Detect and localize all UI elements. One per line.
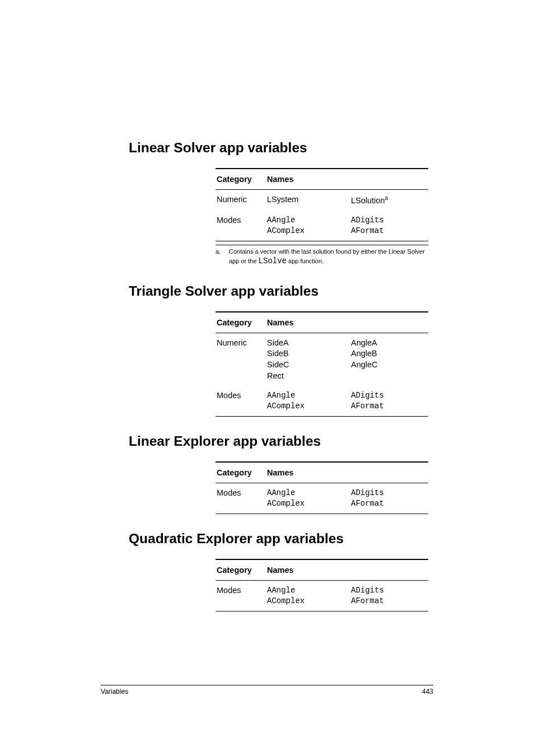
text: AAngle xyxy=(267,586,295,595)
cell-category: Numeric xyxy=(216,333,266,386)
table-row: Modes AAngle AComplex ADigits AFormat xyxy=(216,483,428,514)
text: AAngle xyxy=(267,488,295,497)
table-header-row: Category Names xyxy=(216,462,428,483)
cell-name: ADigits AFormat xyxy=(350,211,428,241)
text: AAngle xyxy=(267,391,295,400)
th-category: Category xyxy=(216,559,266,581)
cell-name: ADigits AFormat xyxy=(350,386,428,416)
text: AFormat xyxy=(351,402,384,410)
cell-category: Modes xyxy=(216,483,266,514)
section-title-linear-explorer: Linear Explorer app variables xyxy=(129,433,433,449)
cell-name: AAngle AComplex xyxy=(266,580,350,611)
text: app function. xyxy=(287,258,324,264)
table-row: Modes AAngle AComplex ADigits AFormat xyxy=(216,580,428,611)
th-category: Category xyxy=(216,169,266,190)
text: AngleC xyxy=(351,360,378,369)
text: ADigits xyxy=(351,391,384,400)
text: ADigits xyxy=(351,586,384,595)
text: SideA xyxy=(267,338,289,347)
th-names: Names xyxy=(266,462,428,483)
text: AComplex xyxy=(267,499,305,508)
footnote-label: a. xyxy=(216,248,229,267)
cell-category: Modes xyxy=(216,386,266,416)
cell-name: LSolutiona xyxy=(350,190,428,211)
table-header-row: Category Names xyxy=(216,169,428,190)
table-header-row: Category Names xyxy=(216,312,428,333)
table: Category Names Numeric LSystem LSolution… xyxy=(216,168,428,241)
footnote-marker: a xyxy=(385,195,388,201)
footer-page-number: 443 xyxy=(422,688,433,696)
text: AComplex xyxy=(267,402,305,410)
table: Category Names Modes AAngle AComplex ADi… xyxy=(216,461,428,514)
table-quadratic-explorer: Category Names Modes AAngle AComplex ADi… xyxy=(216,559,428,612)
footnote-text: Contains a vector with the last solution… xyxy=(229,248,428,267)
text: SideC xyxy=(267,360,289,369)
th-names: Names xyxy=(266,559,428,581)
th-names: Names xyxy=(266,312,428,333)
text: AngleB xyxy=(351,349,377,358)
text: AComplex xyxy=(267,226,305,235)
text: ADigits xyxy=(351,216,384,225)
table-row: Modes AAngle AComplex ADigits AFormat xyxy=(216,211,428,241)
table-header-row: Category Names xyxy=(216,559,428,581)
text: AFormat xyxy=(351,226,384,235)
table: Category Names Numeric SideA SideB SideC… xyxy=(216,311,428,417)
text: Rect xyxy=(267,371,284,380)
text: AngleA xyxy=(351,338,377,347)
cell-name: AAngle AComplex xyxy=(266,483,350,514)
table-row: Modes AAngle AComplex ADigits AFormat xyxy=(216,386,428,416)
table-row: Numeric SideA SideB SideC Rect AngleA An… xyxy=(216,333,428,386)
th-names: Names xyxy=(266,169,428,190)
section-title-triangle-solver: Triangle Solver app variables xyxy=(129,283,433,299)
th-category: Category xyxy=(216,462,266,483)
section-quadratic-explorer: Quadratic Explorer app variables Categor… xyxy=(129,531,433,612)
footer-left: Variables xyxy=(101,688,128,696)
text: ADigits xyxy=(351,488,384,497)
page: Linear Solver app variables Category Nam… xyxy=(0,0,534,756)
cell-name: AAngle AComplex xyxy=(266,386,350,416)
text: AFormat xyxy=(351,596,384,605)
table: Category Names Modes AAngle AComplex ADi… xyxy=(216,559,428,612)
table-linear-solver: Category Names Numeric LSystem LSolution… xyxy=(216,168,428,241)
text: LSolution xyxy=(351,196,385,205)
cell-category: Modes xyxy=(216,211,266,241)
text: AAngle xyxy=(267,216,295,225)
cell-category: Numeric xyxy=(216,190,266,211)
text: AComplex xyxy=(267,596,305,605)
cell-name: AAngle AComplex xyxy=(266,211,350,241)
section-triangle-solver: Triangle Solver app variables Category N… xyxy=(129,283,433,417)
code-text: LSolve xyxy=(259,256,287,265)
table-linear-explorer: Category Names Modes AAngle AComplex ADi… xyxy=(216,461,428,514)
table-row: Numeric LSystem LSolutiona xyxy=(216,190,428,211)
section-title-linear-solver: Linear Solver app variables xyxy=(129,140,433,156)
page-footer: Variables 443 xyxy=(101,685,433,696)
text: AFormat xyxy=(351,499,384,508)
cell-name: ADigits AFormat xyxy=(350,580,428,611)
cell-name: ADigits AFormat xyxy=(350,483,428,514)
th-category: Category xyxy=(216,312,266,333)
section-linear-solver: Linear Solver app variables Category Nam… xyxy=(129,140,433,267)
table-triangle-solver: Category Names Numeric SideA SideB SideC… xyxy=(216,311,428,417)
cell-name: LSystem xyxy=(266,190,350,211)
cell-name: SideA SideB SideC Rect xyxy=(266,333,350,386)
cell-name: AngleA AngleB AngleC xyxy=(350,333,428,386)
text: SideB xyxy=(267,349,289,358)
section-title-quadratic-explorer: Quadratic Explorer app variables xyxy=(129,531,433,547)
cell-category: Modes xyxy=(216,580,266,611)
section-linear-explorer: Linear Explorer app variables Category N… xyxy=(129,433,433,514)
footnote-linear-solver: a. Contains a vector with the last solut… xyxy=(216,245,428,267)
